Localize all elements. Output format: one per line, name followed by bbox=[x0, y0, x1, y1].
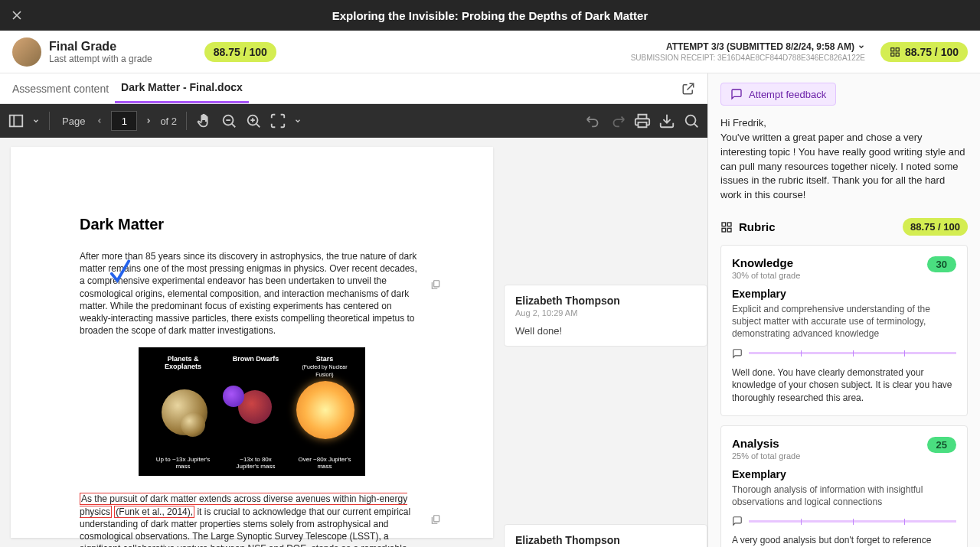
avatar bbox=[12, 37, 41, 67]
new-window-icon[interactable] bbox=[681, 82, 695, 96]
svg-rect-2 bbox=[891, 53, 894, 56]
top-bar: Exploring the Invisible: Probing the Dep… bbox=[0, 0, 980, 31]
grade-subtitle: Last attempt with a grade bbox=[49, 54, 152, 64]
comment-body: Well done! bbox=[515, 325, 696, 337]
comment-card[interactable]: Elizabeth Thompson Aug 2, 10:29 AM Well … bbox=[504, 285, 707, 347]
submission-receipt: SUBMISSION RECEIPT: 3E16D4AE8CF844D788E3… bbox=[631, 54, 865, 62]
comment-marker-icon[interactable] bbox=[430, 279, 441, 290]
final-score-pill: 88.75 / 100 bbox=[204, 42, 276, 62]
img-col1-footer: Up to ~13x Jupiter's mass bbox=[152, 456, 214, 470]
rubric-item-level: Exemplary bbox=[732, 468, 956, 480]
feedback-note-icon bbox=[732, 516, 743, 526]
feedback-body: Hi Fredrik, You've written a great paper… bbox=[720, 116, 968, 203]
header-rubric-pill[interactable]: 88.75 / 100 bbox=[880, 42, 968, 62]
doc-embedded-image: Planets & Exoplanets Brown Dwarfs Stars(… bbox=[139, 347, 365, 476]
svg-point-13 bbox=[686, 116, 696, 125]
rubric-item-score: 30 bbox=[927, 256, 956, 272]
page-title: Exploring the Invisible: Probing the Dep… bbox=[24, 9, 956, 22]
comment-marker-icon[interactable] bbox=[430, 514, 441, 525]
rubric-item-pct: 25% of total grade bbox=[732, 451, 800, 461]
rubric-item-knowledge[interactable]: Knowledge 30% of total grade 30 Exemplar… bbox=[720, 245, 968, 416]
pan-icon[interactable] bbox=[196, 112, 213, 129]
rubric-header: Rubric 88.75 / 100 bbox=[720, 218, 968, 236]
grade-header: Final Grade Last attempt with a grade 88… bbox=[0, 31, 980, 73]
svg-rect-18 bbox=[727, 223, 731, 226]
rubric-score-pill: 88.75 / 100 bbox=[903, 218, 968, 236]
page-total: of 2 bbox=[160, 116, 177, 127]
svg-line-7 bbox=[232, 124, 236, 128]
page-next-icon[interactable] bbox=[145, 117, 152, 125]
attempt-selector[interactable]: ATTEMPT 3/3 (SUBMITTED 8/2/24, 9:58 AM) bbox=[631, 41, 865, 52]
rubric-item-feedback: Well done. You have clearly demonstrated… bbox=[732, 366, 956, 405]
rubric-icon bbox=[890, 47, 900, 57]
img-col2-header: Brown Dwarfs bbox=[229, 355, 283, 363]
rubric-icon bbox=[720, 221, 733, 233]
comment-author: Elizabeth Thompson bbox=[515, 295, 696, 307]
highlight-2[interactable]: (Funk et al., 2014), bbox=[114, 506, 194, 518]
rubric-item-pct: 30% of total grade bbox=[732, 271, 800, 280]
comments-column: Elizabeth Thompson Aug 2, 10:29 AM Well … bbox=[493, 138, 707, 547]
zoom-in-icon[interactable] bbox=[245, 112, 262, 129]
chevron-down-icon[interactable] bbox=[32, 117, 40, 125]
sidebar-toggle-icon[interactable] bbox=[8, 112, 24, 129]
comment-time: Aug 2, 10:29 AM bbox=[515, 308, 696, 317]
fit-page-icon[interactable] bbox=[270, 112, 286, 129]
rubric-label: Rubric bbox=[739, 220, 897, 233]
tab-file[interactable]: Dark Matter - Final.docx bbox=[115, 73, 249, 103]
comment-card[interactable]: Elizabeth Thompson Aug 2, 10:29 AM bbox=[504, 524, 707, 547]
page-label: Page bbox=[62, 116, 85, 127]
rubric-item-score: 25 bbox=[927, 437, 956, 453]
page-input[interactable] bbox=[111, 111, 137, 131]
img-col1-header: Planets & Exoplanets bbox=[152, 355, 214, 370]
svg-rect-0 bbox=[891, 47, 894, 50]
svg-rect-17 bbox=[722, 223, 726, 226]
grade-title: Final Grade bbox=[49, 40, 152, 54]
grade-info: Final Grade Last attempt with a grade bbox=[49, 40, 152, 64]
chevron-down-icon[interactable] bbox=[294, 117, 302, 125]
search-icon[interactable] bbox=[683, 112, 700, 129]
feedback-btn-label: Attempt feedback bbox=[749, 89, 826, 100]
tabs-row: Assessment content Dark Matter - Final.d… bbox=[0, 73, 707, 104]
tab-assessment-content[interactable]: Assessment content bbox=[6, 75, 115, 103]
close-icon[interactable] bbox=[9, 8, 24, 23]
rubric-item-desc: Thorough analysis of information with in… bbox=[732, 484, 956, 508]
undo-icon[interactable] bbox=[585, 112, 602, 129]
print-icon[interactable] bbox=[634, 112, 651, 129]
rubric-progress-bar bbox=[749, 520, 956, 523]
header-rubric-score: 88.75 / 100 bbox=[905, 46, 959, 58]
header-right: ATTEMPT 3/3 (SUBMITTED 8/2/24, 9:58 AM) … bbox=[631, 41, 865, 62]
attempt-feedback-button[interactable]: Attempt feedback bbox=[720, 83, 836, 106]
img-col3-header: Stars(Fueled by Nuclear Fusion) bbox=[298, 355, 351, 378]
rubric-item-title: Knowledge bbox=[732, 256, 800, 269]
doc-heading: Dark Matter bbox=[80, 216, 424, 233]
attempt-text: ATTEMPT 3/3 (SUBMITTED 8/2/24, 9:58 AM) bbox=[666, 41, 854, 52]
doc-paragraph-2: As the pursuit of dark matter extends ac… bbox=[80, 493, 424, 547]
rubric-item-analysis[interactable]: Analysis 25% of total grade 25 Exemplary… bbox=[720, 425, 968, 547]
svg-rect-16 bbox=[434, 516, 439, 522]
feedback-note-icon bbox=[732, 348, 743, 359]
download-icon[interactable] bbox=[658, 112, 675, 129]
svg-rect-4 bbox=[10, 116, 23, 127]
document-page: Dark Matter After more than 85 years sin… bbox=[11, 147, 493, 538]
rubric-item-title: Analysis bbox=[732, 437, 800, 450]
feedback-panel: Attempt feedback Hi Fredrik, You've writ… bbox=[708, 73, 980, 547]
comment-author: Elizabeth Thompson bbox=[515, 534, 696, 546]
chevron-down-icon bbox=[858, 43, 865, 50]
document-viewer[interactable]: Dark Matter After more than 85 years sin… bbox=[0, 138, 707, 547]
zoom-out-icon[interactable] bbox=[220, 112, 237, 129]
rubric-progress-bar bbox=[749, 352, 956, 354]
page-prev-icon[interactable] bbox=[96, 117, 103, 125]
redo-icon[interactable] bbox=[609, 112, 626, 129]
document-toolbar: Page of 2 bbox=[0, 104, 707, 138]
svg-rect-19 bbox=[722, 228, 726, 232]
rubric-item-feedback: A very good analysis but don't forget to… bbox=[732, 534, 956, 547]
feedback-icon bbox=[730, 88, 743, 100]
svg-rect-20 bbox=[727, 228, 731, 232]
img-col2-footer: ~13x to 80x Jupiter's mass bbox=[229, 456, 283, 470]
svg-rect-1 bbox=[896, 47, 899, 50]
doc-paragraph-1: After more than 85 years since its disco… bbox=[80, 250, 424, 337]
rubric-item-level: Exemplary bbox=[732, 288, 956, 300]
rubric-item-desc: Explicit and comprehensive understanding… bbox=[732, 303, 956, 340]
svg-rect-3 bbox=[896, 53, 899, 56]
svg-rect-15 bbox=[434, 281, 439, 287]
